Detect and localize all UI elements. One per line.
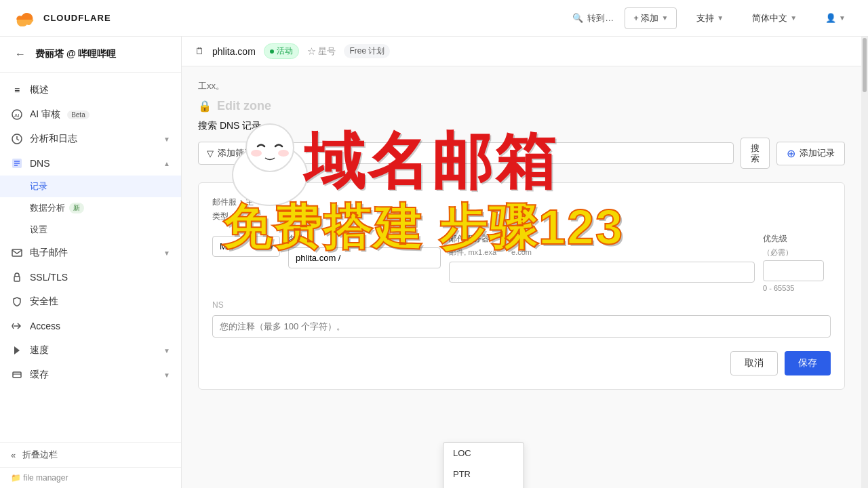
mail-server-hint: 邮件, mx1.exa e.com — [449, 247, 755, 258]
search-input[interactable] — [300, 148, 726, 159]
overview-label: 概述 — [30, 84, 49, 96]
dropdown-item-loc[interactable]: LOC — [443, 443, 524, 464]
topnav: CLOUDFLARE 🔍 转到… + 添加 ▼ 支持 ▼ 简体中文 ▼ 👤 ▼ — [0, 0, 868, 37]
dns-caret-icon: ▲ — [163, 160, 170, 167]
filter-button[interactable]: ▽ 添加筛选器 — [198, 142, 271, 165]
right-scrollbar[interactable] — [861, 37, 868, 488]
mail-server-input[interactable] — [449, 262, 755, 283]
access-icon — [11, 320, 23, 332]
priority-range: 0 - 65535 — [763, 284, 831, 292]
name-input[interactable] — [288, 247, 441, 268]
cache-caret-icon: ▼ — [163, 371, 170, 379]
cf-logo-icon — [14, 10, 38, 26]
sidebar-item-dns-settings[interactable]: 设置 — [0, 219, 181, 241]
cancel-button[interactable]: 取消 — [730, 351, 778, 375]
type-field: MX ▼ — [212, 233, 280, 257]
dns-content: 工xx。 🔒 Edit zone 搜索 DNS 记录 ▽ 添加筛选器 🔍 — [182, 66, 861, 488]
analytics-label: 分析和日志 — [30, 133, 77, 145]
edit-zone-header: 🔒 Edit zone — [198, 99, 845, 113]
svg-rect-5 — [14, 277, 20, 281]
search-magnify-icon: 🔍 — [285, 148, 296, 159]
ssl-icon — [11, 271, 23, 283]
type-dropdown: LOC PTR SMIMEA ▼ — [443, 442, 524, 488]
support-caret-icon: ▼ — [717, 14, 724, 22]
priority-field: 优先级 （必需） 0 - 65535 — [763, 233, 831, 292]
goto-label: 转到… — [587, 12, 614, 24]
sidebar-item-ssl[interactable]: SSL/TLS — [0, 265, 181, 289]
add-record-button[interactable]: ⊕ 添加记录 — [776, 142, 845, 165]
plan-badge: Free 计划 — [344, 44, 390, 58]
ai-label: AI 审核 — [30, 108, 60, 121]
file-manager-label: file manager — [23, 473, 68, 483]
sidebar: ← 费丽塔 @ 哔哩哔哩 ≡ 概述 AI AI 审核 Beta — [0, 37, 182, 488]
star-button[interactable]: ☆ 星号 — [307, 45, 336, 58]
search-section: 搜索 DNS 记录 ▽ 添加筛选器 🔍 搜 索 ⊕ 添加 — [198, 120, 845, 169]
record-type-row: 类型 — [212, 211, 831, 224]
svg-rect-7 — [13, 372, 21, 378]
dns-label: DNS — [30, 158, 50, 169]
sidebar-item-email[interactable]: 电子邮件 ▼ — [0, 241, 181, 265]
priority-input[interactable] — [763, 260, 824, 281]
new-badge: 新 — [69, 203, 84, 214]
speed-icon — [11, 344, 23, 357]
sidebar-item-cache[interactable]: 缓存 ▼ — [0, 363, 181, 387]
dns-icon — [11, 157, 23, 169]
collapse-label: 折叠边栏 — [22, 449, 58, 461]
add-button[interactable]: + 添加 ▼ — [625, 7, 677, 29]
content-area: 🗒 phlita.com 活动 ☆ 星号 Free 计划 工xx。 🔒 Edit… — [182, 37, 861, 488]
search-icon: 🔍 — [572, 13, 583, 23]
sidebar-item-security[interactable]: 安全性 — [0, 289, 181, 314]
ssl-label: SSL/TLS — [30, 272, 68, 283]
sidebar-item-records[interactable]: 记录 — [0, 176, 181, 197]
search-button[interactable]: 搜 索 — [741, 138, 770, 169]
data-analysis-label: 数据分析 — [30, 202, 65, 214]
comment-input[interactable] — [212, 315, 831, 338]
collapse-sidebar[interactable]: « 折叠边栏 — [0, 442, 181, 467]
file-manager-item[interactable]: 📁 file manager — [0, 467, 181, 488]
cache-label: 缓存 — [30, 369, 49, 381]
action-row: 取消 保存 — [212, 351, 831, 375]
security-label: 安全性 — [30, 296, 58, 308]
scroll-thumb[interactable] — [863, 38, 867, 92]
save-button[interactable]: 保存 — [785, 351, 831, 375]
active-dot — [270, 49, 274, 54]
dropdown-item-smimea-row: SMIMEA ▼ — [443, 485, 524, 488]
record-type-select[interactable]: MX — [212, 236, 280, 257]
sidebar-item-overview[interactable]: ≡ 概述 — [0, 78, 181, 102]
sidebar-item-ai-audit[interactable]: AI AI 审核 Beta — [0, 102, 181, 127]
ns-hint: NS — [212, 300, 831, 310]
name-label: 名称 — [288, 233, 441, 245]
email-icon — [11, 247, 23, 259]
language-button[interactable]: 简体中文 ▼ — [743, 7, 806, 29]
speed-caret-icon: ▼ — [163, 347, 170, 354]
sidebar-header: ← 费丽塔 @ 哔哩哔哩 — [0, 37, 181, 73]
type-select-wrap[interactable]: MX ▼ — [212, 236, 280, 257]
sidebar-item-dns[interactable]: DNS ▲ — [0, 151, 181, 176]
goto-search[interactable]: 🔍 转到… — [572, 12, 614, 24]
active-badge: 活动 — [264, 43, 299, 59]
logo-text: CLOUDFLARE — [43, 13, 111, 23]
ai-badge: Beta — [67, 110, 90, 119]
sidebar-nav: ≡ 概述 AI AI 审核 Beta 分析和日志 ▼ — [0, 73, 181, 442]
email-label: 电子邮件 — [30, 247, 68, 259]
dropdown-item-smimea[interactable]: SMIMEA — [443, 485, 505, 488]
add-icon: ⊕ — [787, 147, 795, 160]
search-label: 搜索 DNS 记录 — [198, 120, 845, 132]
email-caret-icon: ▼ — [163, 249, 170, 257]
dropdown-item-ptr[interactable]: PTR — [443, 464, 524, 485]
search-input-wrap[interactable]: 🔍 — [277, 142, 734, 164]
sidebar-item-access[interactable]: Access — [0, 314, 181, 338]
dns-settings-label: 设置 — [30, 224, 47, 236]
user-button[interactable]: 👤 ▼ — [816, 8, 854, 28]
user-icon: 👤 — [825, 13, 836, 23]
comment-row — [212, 315, 831, 338]
back-button[interactable]: ← — [11, 45, 30, 64]
svg-text:AI: AI — [14, 113, 20, 119]
edit-zone-panel: 邮件服 ↑ 主 类型 MX ▼ — [198, 182, 845, 390]
sidebar-item-data-analysis[interactable]: 数据分析 新 — [0, 197, 181, 219]
support-button[interactable]: 支持 ▼ — [688, 7, 732, 29]
edit-zone-text: 工xx。 — [198, 80, 845, 92]
sidebar-item-speed[interactable]: 速度 ▼ — [0, 338, 181, 363]
name-field: 名称 — [288, 233, 441, 268]
sidebar-item-analytics[interactable]: 分析和日志 ▼ — [0, 127, 181, 151]
